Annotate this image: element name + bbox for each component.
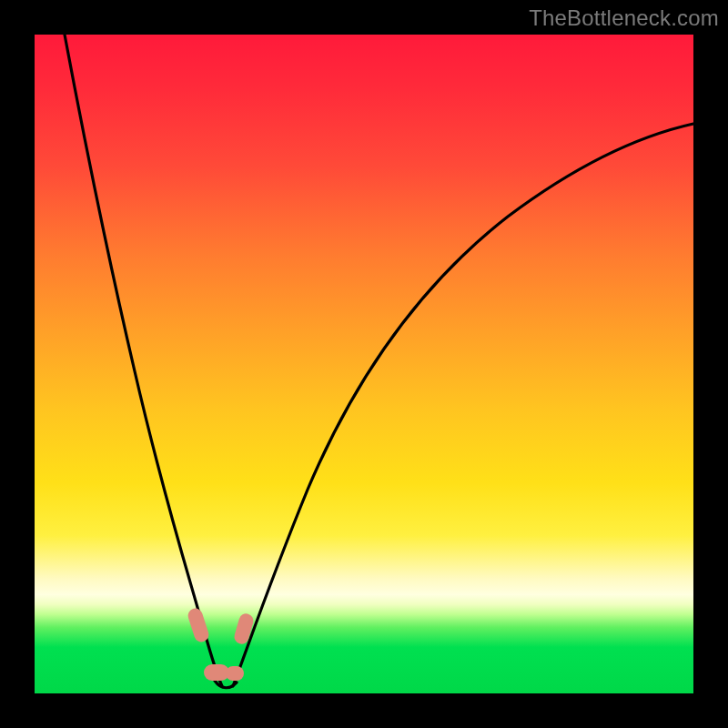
marker-blob [187, 606, 211, 643]
marker-blob [204, 664, 229, 681]
watermark-text: TheBottleneck.com [529, 5, 719, 31]
curve-left-branch [65, 35, 222, 686]
marker-blob [226, 666, 244, 681]
plot-area [35, 35, 693, 693]
marker-blob [233, 612, 256, 645]
outer-frame: TheBottleneck.com [0, 0, 728, 728]
bottleneck-curve [35, 35, 693, 693]
curve-right-branch [233, 124, 693, 686]
